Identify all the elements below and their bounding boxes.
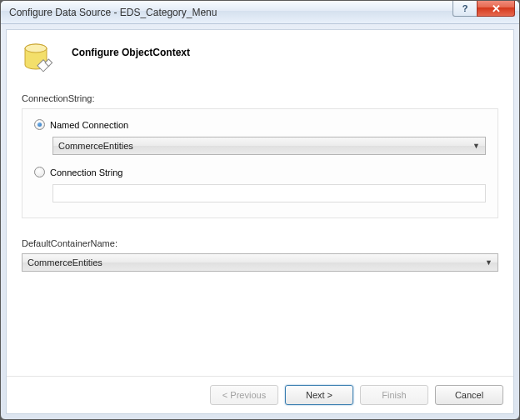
connectionstring-label: ConnectionString: <box>22 93 498 103</box>
defaultcontainer-label: DefaultContainerName: <box>22 238 498 248</box>
help-button[interactable]: ? <box>452 1 478 17</box>
next-button-label: Next > <box>306 390 332 400</box>
named-connection-label: Named Connection <box>50 120 128 130</box>
connection-string-option[interactable]: Connection String <box>34 167 486 178</box>
defaultcontainer-value: CommerceEntities <box>28 258 102 268</box>
finish-button-label: Finish <box>382 390 406 400</box>
database-icon <box>22 42 57 77</box>
named-connection-dropdown[interactable]: CommerceEntities ▼ <box>52 137 486 155</box>
finish-button: Finish <box>360 385 428 405</box>
cancel-button-label: Cancel <box>455 390 483 400</box>
dialog-footer: < Previous Next > Finish Cancel <box>7 376 513 413</box>
dialog-header: Configure ObjectContext <box>7 30 513 93</box>
dialog-window: Configure Data Source - EDS_Category_Men… <box>0 0 520 420</box>
window-title: Configure Data Source - EDS_Category_Men… <box>9 7 217 18</box>
connection-string-label: Connection String <box>50 168 122 178</box>
radio-icon <box>34 119 45 130</box>
close-icon: ✕ <box>492 3 501 14</box>
named-connection-value: CommerceEntities <box>58 141 133 151</box>
chevron-down-icon: ▼ <box>472 142 480 150</box>
titlebar-buttons: ? ✕ <box>453 1 519 17</box>
help-icon: ? <box>462 3 468 13</box>
dialog-body: ConnectionString: Named Connection Comme… <box>7 93 513 376</box>
page-title: Configure ObjectContext <box>72 42 190 58</box>
svg-point-1 <box>25 44 47 52</box>
previous-button: < Previous <box>210 385 278 405</box>
chevron-down-icon: ▼ <box>485 258 492 267</box>
defaultcontainer-dropdown[interactable]: CommerceEntities ▼ <box>22 253 498 272</box>
named-connection-option[interactable]: Named Connection <box>34 119 486 130</box>
previous-button-label: < Previous <box>222 390 266 400</box>
close-button[interactable]: ✕ <box>477 1 515 17</box>
connectionstring-panel: Named Connection CommerceEntities ▼ Conn… <box>22 108 498 218</box>
connection-string-input[interactable] <box>52 184 486 202</box>
dialog-content: Configure ObjectContext ConnectionString… <box>6 29 514 414</box>
radio-icon <box>34 167 45 178</box>
titlebar[interactable]: Configure Data Source - EDS_Category_Men… <box>1 1 519 24</box>
cancel-button[interactable]: Cancel <box>435 385 503 405</box>
next-button[interactable]: Next > <box>285 385 353 405</box>
